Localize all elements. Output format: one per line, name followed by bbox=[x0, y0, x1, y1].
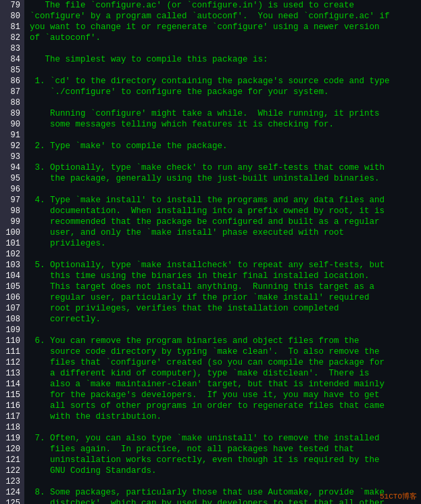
watermark-label: 51CTO博客 bbox=[380, 491, 417, 501]
line-number: 92 bbox=[0, 141, 24, 152]
line-number: 94 bbox=[0, 162, 24, 173]
line-text: also a `make maintainer-clean' target, b… bbox=[24, 379, 421, 390]
line-text: 2. Type `make' to compile the package. bbox=[24, 141, 421, 152]
code-line: 99 recommended that the package be confi… bbox=[0, 216, 421, 227]
line-text: with the distribution. bbox=[24, 411, 421, 422]
line-text: documentation. When installing into a pr… bbox=[24, 206, 421, 216]
code-line: 96 bbox=[0, 184, 421, 195]
line-number: 88 bbox=[0, 97, 24, 108]
line-text: 4. Type `make install' to install the pr… bbox=[24, 195, 421, 206]
line-number: 102 bbox=[0, 249, 24, 260]
line-text: 3. Optionally, type `make check' to run … bbox=[24, 162, 421, 173]
line-text: a different kind of computer), type `mak… bbox=[24, 368, 421, 379]
line-number: 125 bbox=[0, 498, 24, 504]
code-line: 110 6. You can remove the program binari… bbox=[0, 336, 421, 346]
line-number: 121 bbox=[0, 455, 24, 465]
code-line: 112 files that `configure' created (so y… bbox=[0, 357, 421, 368]
code-line: 93 bbox=[0, 152, 421, 162]
code-line: 111 source code directory by typing `mak… bbox=[0, 346, 421, 357]
line-number: 112 bbox=[0, 357, 24, 368]
line-number: 116 bbox=[0, 400, 24, 411]
code-line: 82of `autoconf'. bbox=[0, 32, 421, 43]
line-text: The file `configure.ac' (or `configure.i… bbox=[24, 0, 421, 11]
line-number: 119 bbox=[0, 433, 24, 444]
line-text: source code directory by typing `make cl… bbox=[24, 346, 421, 357]
line-text: files that `configure' created (so you c… bbox=[24, 357, 421, 368]
terminal: 79 The file `configure.ac' (or `configur… bbox=[0, 0, 421, 504]
line-number: 81 bbox=[0, 22, 24, 32]
code-line: 103 5. Optionally, type `make installche… bbox=[0, 260, 421, 271]
code-line: 83 bbox=[0, 43, 421, 54]
line-number: 99 bbox=[0, 216, 24, 227]
line-number: 113 bbox=[0, 368, 24, 379]
line-text: all sorts of other programs in order to … bbox=[24, 400, 421, 411]
line-number: 123 bbox=[0, 476, 24, 487]
line-number: 100 bbox=[0, 227, 24, 238]
line-text: The simplest way to compile this package… bbox=[24, 54, 421, 65]
code-line: 102 bbox=[0, 249, 421, 260]
code-line: 87 `./configure' to configure the packag… bbox=[0, 87, 421, 97]
line-text: uninstallation works correctly, even tho… bbox=[24, 455, 421, 465]
code-line: 106 regular user, particularly if the pr… bbox=[0, 292, 421, 303]
code-line: 90 some messages telling which features … bbox=[0, 119, 421, 130]
code-line: 98 documentation. When installing into a… bbox=[0, 206, 421, 216]
line-number: 101 bbox=[0, 238, 24, 249]
code-line: 107 root privileges, verifies that the i… bbox=[0, 303, 421, 314]
code-line: 114 also a `make maintainer-clean' targe… bbox=[0, 379, 421, 390]
line-number: 85 bbox=[0, 65, 24, 76]
code-line: 89 Running `configure' might take a whil… bbox=[0, 108, 421, 119]
code-line: 88 bbox=[0, 97, 421, 108]
line-number: 124 bbox=[0, 487, 24, 498]
line-number: 106 bbox=[0, 292, 24, 303]
line-number: 122 bbox=[0, 465, 24, 476]
code-line: 120 files again. In practice, not all pa… bbox=[0, 444, 421, 455]
line-number: 82 bbox=[0, 32, 24, 43]
line-text: privileges. bbox=[24, 238, 421, 249]
line-text: user, and only the `make install' phase … bbox=[24, 227, 421, 238]
line-text: GNU Coding Standards. bbox=[24, 465, 421, 476]
line-text: regular user, particularly if the prior … bbox=[24, 292, 421, 303]
line-text: This target does not install anything. R… bbox=[24, 281, 421, 292]
code-line: 81you want to change it or regenerate `c… bbox=[0, 22, 421, 32]
line-text: `configure' by a program called `autocon… bbox=[24, 11, 421, 22]
line-number: 109 bbox=[0, 325, 24, 336]
line-number: 84 bbox=[0, 54, 24, 65]
code-line: 115 for the package's developers. If you… bbox=[0, 390, 421, 400]
line-text: 8. Some packages, particularly those tha… bbox=[24, 487, 421, 498]
line-number: 79 bbox=[0, 0, 24, 11]
line-number: 86 bbox=[0, 76, 24, 87]
line-text: files again. In practice, not all packag… bbox=[24, 444, 421, 455]
line-text: 6. You can remove the program binaries a… bbox=[24, 336, 421, 346]
line-number: 104 bbox=[0, 271, 24, 281]
line-number: 120 bbox=[0, 444, 24, 455]
line-number: 80 bbox=[0, 11, 24, 22]
code-line: 119 7. Often, you can also type `make un… bbox=[0, 433, 421, 444]
code-line: 121 uninstallation works correctly, even… bbox=[0, 455, 421, 465]
code-line: 116 all sorts of other programs in order… bbox=[0, 400, 421, 411]
code-line: 123 bbox=[0, 476, 421, 487]
code-line: 79 The file `configure.ac' (or `configur… bbox=[0, 0, 421, 11]
code-line: 95 the package, generally using the just… bbox=[0, 173, 421, 184]
line-text: correctly. bbox=[24, 314, 421, 325]
line-text: the package, generally using the just-bu… bbox=[24, 173, 421, 184]
line-text: root privileges, verifies that the insta… bbox=[24, 303, 421, 314]
line-number: 110 bbox=[0, 336, 24, 346]
code-line: 105 This target does not install anythin… bbox=[0, 281, 421, 292]
code-line: 86 1. `cd' to the directory containing t… bbox=[0, 76, 421, 87]
line-number: 96 bbox=[0, 184, 24, 195]
code-content: 79 The file `configure.ac' (or `configur… bbox=[0, 0, 421, 504]
line-number: 108 bbox=[0, 314, 24, 325]
line-text: recommended that the package be configur… bbox=[24, 216, 421, 227]
line-text: distcheck', which can by used by develop… bbox=[24, 498, 421, 504]
line-number: 107 bbox=[0, 303, 24, 314]
line-text: some messages telling which features it … bbox=[24, 119, 421, 130]
code-line: 84 The simplest way to compile this pack… bbox=[0, 54, 421, 65]
line-text: 1. `cd' to the directory containing the … bbox=[24, 76, 421, 87]
line-text: of `autoconf'. bbox=[24, 32, 421, 43]
line-number: 89 bbox=[0, 108, 24, 119]
code-line: 97 4. Type `make install' to install the… bbox=[0, 195, 421, 206]
line-number: 115 bbox=[0, 390, 24, 400]
code-line: 100 user, and only the `make install' ph… bbox=[0, 227, 421, 238]
line-number: 114 bbox=[0, 379, 24, 390]
code-line: 108 correctly. bbox=[0, 314, 421, 325]
